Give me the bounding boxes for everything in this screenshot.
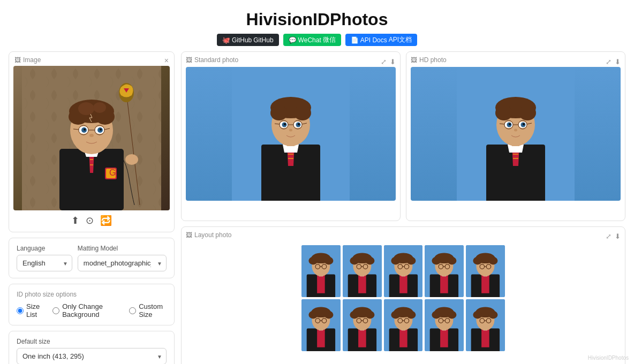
badge-row: 🐙 GitHub GitHub 💬 WeChat 微信 📄 API Docs A… bbox=[0, 34, 634, 46]
custom-size-radio[interactable] bbox=[129, 307, 136, 314]
custom-size-option[interactable]: Custom Size bbox=[129, 302, 167, 318]
only-change-bg-option[interactable]: Only Change Background bbox=[52, 302, 120, 318]
standard-photo-label: 🖼 Standard photo bbox=[186, 56, 238, 64]
size-list-option[interactable]: Size List bbox=[17, 302, 44, 318]
api-docs-badge[interactable]: 📄 API Docs API文档 bbox=[345, 34, 417, 46]
svg-point-144 bbox=[308, 311, 318, 319]
svg-rect-85 bbox=[317, 274, 325, 293]
svg-point-178 bbox=[448, 311, 457, 319]
svg-point-156 bbox=[365, 311, 374, 319]
hd-icon: 🖼 bbox=[411, 56, 417, 64]
svg-point-167 bbox=[406, 311, 416, 319]
layout-thumb-8 bbox=[384, 299, 423, 351]
svg-point-134 bbox=[489, 257, 498, 265]
header: HivisionIDPhotos 🐙 GitHub GitHub 💬 WeCha… bbox=[0, 0, 634, 51]
only-change-bg-radio[interactable] bbox=[52, 307, 59, 314]
layout-thumb-9 bbox=[425, 299, 464, 351]
svg-point-155 bbox=[350, 311, 359, 319]
layout-thumb-1 bbox=[301, 245, 341, 297]
upload-button[interactable]: ⬆ bbox=[71, 215, 79, 226]
wechat-icon: 💬 bbox=[289, 36, 297, 44]
svg-point-19 bbox=[84, 128, 86, 131]
camera-button[interactable]: ⊙ bbox=[86, 215, 94, 226]
svg-point-111 bbox=[391, 257, 400, 265]
layout-thumb-6 bbox=[301, 299, 341, 351]
layout-photo-actions: ⤢ ⬇ bbox=[606, 232, 621, 240]
layout-photo-box: 🖼 Layout photo ⤢ ⬇ bbox=[181, 226, 625, 364]
svg-point-189 bbox=[489, 311, 498, 319]
matting-select[interactable]: modnet_photographic_portrait_matting rem… bbox=[78, 255, 167, 271]
svg-point-34 bbox=[125, 154, 138, 165]
layout-download-icon[interactable]: ⬇ bbox=[615, 232, 621, 240]
svg-point-45 bbox=[270, 105, 288, 120]
svg-rect-184 bbox=[481, 328, 489, 347]
svg-point-166 bbox=[391, 311, 400, 319]
svg-rect-107 bbox=[399, 274, 407, 293]
layout-icon: 🖼 bbox=[186, 231, 192, 239]
size-options-label: ID photo size options bbox=[17, 291, 167, 298]
svg-point-145 bbox=[324, 311, 333, 319]
default-size-select-wrapper: One inch (413, 295) Two inch (626, 413) … bbox=[17, 348, 167, 364]
photo-icon: 🖼 bbox=[186, 56, 192, 64]
api-icon: 📄 bbox=[351, 36, 359, 44]
svg-point-58 bbox=[289, 129, 292, 132]
language-matting-panel: Language English 中文 日本語 ▼ Matting Model bbox=[9, 238, 175, 278]
svg-point-76 bbox=[523, 123, 525, 125]
size-list-radio[interactable] bbox=[17, 307, 24, 314]
layout-thumb-3 bbox=[384, 245, 423, 297]
select-row: Language English 中文 日本語 ▼ Matting Model bbox=[17, 245, 167, 271]
svg-point-52 bbox=[298, 123, 300, 125]
hd-photo-image bbox=[411, 67, 621, 201]
hd-photo-svg bbox=[411, 67, 621, 201]
matting-select-wrapper: modnet_photographic_portrait_matting rem… bbox=[78, 255, 167, 271]
svg-point-69 bbox=[495, 105, 512, 120]
github-badge[interactable]: 🐙 GitHub GitHub bbox=[217, 34, 279, 46]
svg-point-14 bbox=[93, 102, 106, 113]
default-size-label: Default size bbox=[17, 338, 167, 345]
language-label: Language bbox=[17, 245, 72, 252]
standard-expand-icon[interactable]: ⤢ bbox=[381, 58, 387, 66]
default-size-select[interactable]: One inch (413, 295) Two inch (626, 413) bbox=[17, 348, 167, 364]
image-upload-box: 🖼 Image × bbox=[9, 51, 175, 232]
svg-rect-27 bbox=[62, 151, 81, 210]
right-panel: 🖼 Standard photo ⤢ ⬇ bbox=[181, 51, 625, 364]
layout-expand-icon[interactable]: ⤢ bbox=[606, 232, 612, 240]
language-select[interactable]: English 中文 日本語 bbox=[17, 255, 72, 271]
hd-photo-label: 🖼 HD photo bbox=[411, 56, 447, 64]
svg-text:G: G bbox=[109, 168, 116, 177]
hd-download-icon[interactable]: ⬇ bbox=[615, 58, 621, 66]
refresh-button[interactable]: 🔁 bbox=[100, 215, 112, 226]
svg-rect-173 bbox=[441, 328, 449, 347]
svg-point-188 bbox=[473, 311, 482, 319]
default-size-panel: Default size One inch (413, 295) Two inc… bbox=[9, 331, 175, 364]
hp-svg: G bbox=[22, 66, 161, 210]
svg-rect-118 bbox=[441, 274, 449, 293]
layout-thumb-10 bbox=[466, 299, 505, 351]
close-button[interactable]: × bbox=[164, 56, 169, 65]
size-options-panel: ID photo size options Size List Only Cha… bbox=[9, 284, 175, 325]
hd-expand-icon[interactable]: ⤢ bbox=[606, 58, 612, 66]
svg-point-70 bbox=[519, 105, 536, 120]
standard-photo-actions: ⤢ ⬇ bbox=[381, 58, 396, 66]
hd-photo-actions: ⤢ ⬇ bbox=[606, 58, 621, 66]
layout-thumb-5 bbox=[466, 245, 505, 297]
svg-point-51 bbox=[284, 123, 286, 125]
layout-thumb-4 bbox=[425, 245, 464, 297]
matting-label: Matting Model bbox=[78, 245, 167, 252]
standard-download-icon[interactable]: ⬇ bbox=[390, 58, 396, 66]
svg-point-122 bbox=[432, 257, 441, 265]
watermark: HivisionIDPhotos bbox=[588, 355, 629, 361]
svg-point-82 bbox=[514, 129, 517, 132]
image-label: 🖼 Image bbox=[14, 56, 41, 64]
svg-rect-129 bbox=[481, 274, 489, 293]
svg-point-46 bbox=[294, 105, 311, 120]
size-radio-group: Size List Only Change Background Custom … bbox=[17, 302, 167, 318]
svg-rect-28 bbox=[102, 151, 121, 210]
svg-rect-96 bbox=[358, 274, 366, 293]
language-section: Language English 中文 日本語 ▼ bbox=[17, 245, 72, 271]
wechat-badge[interactable]: 💬 WeChat 微信 bbox=[283, 34, 341, 46]
svg-point-89 bbox=[308, 257, 318, 265]
svg-rect-140 bbox=[317, 328, 325, 347]
language-select-wrapper: English 中文 日本語 ▼ bbox=[17, 255, 72, 271]
standard-photo-image bbox=[186, 67, 396, 201]
